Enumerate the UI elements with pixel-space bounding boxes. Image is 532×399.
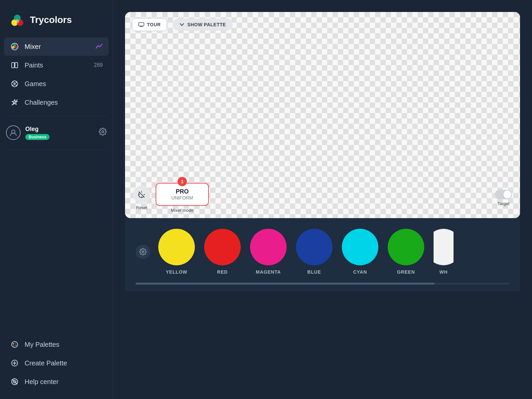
paints-badge: 289 [94, 62, 103, 68]
plus-circle-icon [10, 359, 19, 367]
help-icon [10, 378, 19, 386]
app-name: Trycolors [30, 15, 72, 25]
chevron-down-icon [179, 22, 185, 27]
mixer-bottom-controls: Reset 1 PRO UNIFORM Mixer mode Target [125, 178, 520, 218]
sidebar-label-games: Games [25, 80, 46, 88]
svg-rect-8 [12, 63, 14, 68]
sidebar-label-paints: Paints [25, 62, 43, 69]
color-label-yellow: YELLOW [166, 269, 188, 275]
color-circle-yellow [158, 229, 195, 265]
user-name: Oleg [25, 126, 50, 133]
color-swatch-yellow[interactable]: YELLOW [158, 229, 195, 275]
svg-line-33 [139, 192, 144, 197]
reset-circle [133, 186, 150, 203]
main-nav: Mixer Paints 289 [0, 37, 113, 112]
svg-point-17 [102, 131, 104, 133]
color-swatch-green[interactable]: GREEN [388, 229, 424, 275]
monitor-icon [138, 22, 144, 27]
target-toggle[interactable]: Target [495, 190, 512, 206]
svg-line-28 [12, 379, 17, 384]
svg-point-18 [12, 341, 18, 347]
scroll-bar-area [125, 283, 520, 291]
mixer-canvas-area: TOUR SHOW PALETTE Reset [125, 12, 520, 218]
sidebar-item-my-palettes[interactable]: My Palettes [4, 335, 109, 354]
color-circle-cyan [342, 229, 378, 265]
create-palette-label: Create Palette [25, 359, 67, 367]
svg-point-12 [16, 81, 17, 83]
palette-settings-button[interactable] [136, 244, 150, 259]
color-swatch-red[interactable]: RED [204, 229, 241, 275]
sidebar-item-challenges[interactable]: Challenges [4, 93, 109, 112]
color-label-cyan: CYAN [353, 269, 367, 275]
user-section[interactable]: Oleg Business [0, 120, 113, 145]
svg-point-21 [15, 344, 17, 346]
color-circle-blue [296, 229, 332, 265]
user-info: Oleg Business [25, 126, 50, 140]
sidebar-item-help-center[interactable]: Help center [4, 372, 109, 391]
color-label-blue: BLUE [307, 269, 321, 275]
mixer-mode-container: 1 PRO UNIFORM Mixer mode [156, 183, 209, 213]
nav-divider [6, 116, 107, 116]
mixer-trend-icon [95, 43, 103, 51]
palette-section: YELLOW RED MAGENTA BLUE CYAN [125, 218, 520, 283]
settings-icon[interactable] [99, 128, 107, 138]
svg-point-34 [142, 251, 144, 253]
palette-icon [10, 340, 19, 348]
step-badge: 1 [178, 177, 187, 186]
sidebar-label-challenges: Challenges [25, 99, 58, 106]
color-label-green: GREEN [397, 269, 415, 275]
main-content: TOUR SHOW PALETTE Reset [113, 0, 532, 399]
svg-rect-9 [15, 63, 18, 68]
color-swatch-white[interactable]: WH [434, 229, 454, 275]
paints-icon [10, 61, 19, 69]
sidebar-label-mixer: Mixer [25, 43, 41, 51]
sidebar-bottom: My Palettes Create Palette [0, 335, 113, 399]
scroll-thumb[interactable] [136, 283, 435, 285]
svg-point-22 [13, 345, 15, 346]
sidebar-item-games[interactable]: Games [4, 74, 109, 93]
challenges-icon [10, 98, 19, 106]
sidebar-item-create-palette[interactable]: Create Palette [4, 354, 109, 372]
svg-rect-30 [139, 23, 144, 26]
color-label-red: RED [217, 269, 228, 275]
sidebar-item-paints[interactable]: Paints 289 [4, 56, 109, 74]
mixer-mode-text: Mixer mode [156, 208, 209, 213]
user-avatar [6, 125, 21, 140]
user-plan-badge: Business [25, 134, 50, 140]
color-circle-green [388, 229, 424, 265]
toggle-thumb [503, 191, 511, 199]
reset-label: Reset [136, 205, 147, 210]
reset-button[interactable]: Reset [133, 186, 150, 210]
svg-point-13 [12, 85, 14, 86]
color-swatch-blue[interactable]: BLUE [296, 229, 332, 275]
svg-point-14 [16, 85, 17, 86]
tour-button[interactable]: TOUR [132, 18, 167, 31]
sidebar: Trycolors Mixer [0, 0, 113, 399]
mixer-mode-button[interactable]: PRO UNIFORM [156, 183, 209, 206]
svg-point-3 [15, 19, 19, 23]
toggle-switch[interactable] [495, 190, 512, 199]
show-palette-button[interactable]: SHOW PALETTE [173, 19, 232, 31]
color-swatch-magenta[interactable]: MAGENTA [250, 229, 287, 275]
mixer-toolbar: TOUR SHOW PALETTE [125, 12, 520, 37]
help-center-label: Help center [25, 378, 59, 386]
color-label-white: WH [440, 269, 448, 275]
svg-point-11 [12, 81, 14, 83]
svg-point-7 [13, 44, 16, 47]
target-label: Target [497, 201, 509, 206]
games-icon [10, 80, 19, 88]
my-palettes-label: My Palettes [25, 341, 59, 348]
nav-divider-2 [6, 149, 107, 150]
tour-button-label: TOUR [147, 22, 161, 27]
color-circle-white [434, 229, 454, 265]
color-swatch-cyan[interactable]: CYAN [342, 229, 378, 275]
app-logo-icon [9, 12, 25, 28]
svg-point-19 [13, 343, 14, 344]
scroll-track[interactable] [136, 283, 509, 285]
mute-icon [138, 191, 146, 199]
color-circle-magenta [250, 229, 287, 265]
color-label-magenta: MAGENTA [256, 269, 281, 275]
mixer-icon [10, 43, 19, 51]
sidebar-item-mixer[interactable]: Mixer [4, 37, 109, 56]
color-swatches: YELLOW RED MAGENTA BLUE CYAN [158, 229, 454, 275]
